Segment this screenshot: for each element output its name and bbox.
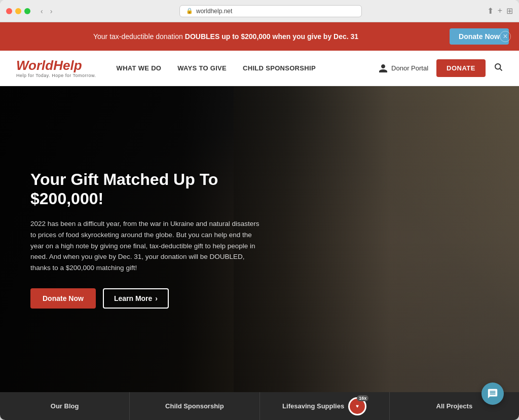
browser-window: ‹ › 🔒 worldhelp.net ⬆ + ⊞ Your tax-deduc… bbox=[0, 0, 519, 420]
logo-tagline: Help for Today. Hope for Tomorrow. bbox=[16, 73, 96, 78]
search-icon bbox=[494, 62, 503, 71]
fullscreen-traffic-light[interactable] bbox=[24, 8, 30, 14]
new-tab-icon[interactable]: + bbox=[498, 6, 502, 16]
donor-portal-link[interactable]: Donor Portal bbox=[378, 63, 428, 73]
share-icon[interactable]: ⬆ bbox=[487, 6, 494, 16]
bottom-bar-all-projects-label: All Projects bbox=[436, 402, 473, 410]
browser-titlebar: ‹ › 🔒 worldhelp.net ⬆ + ⊞ bbox=[0, 0, 519, 22]
traffic-lights bbox=[6, 8, 30, 14]
nav-child-sponsorship[interactable]: CHILD SPONSORSHIP bbox=[243, 64, 316, 72]
svg-line-1 bbox=[500, 68, 502, 70]
badge-count: 16x bbox=[357, 395, 368, 401]
site-logo[interactable]: WorldHelp Help for Today. Hope for Tomor… bbox=[16, 59, 96, 78]
logo-help: Help bbox=[53, 58, 82, 73]
address-bar[interactable]: 🔒 worldhelp.net bbox=[179, 5, 362, 17]
hero-title: Your Gift Matched Up To $200,000! bbox=[30, 170, 264, 209]
chat-icon bbox=[487, 388, 498, 399]
logo-wordmark: WorldHelp bbox=[16, 59, 96, 72]
back-button[interactable]: ‹ bbox=[39, 6, 45, 16]
nav-links: WHAT WE DO WAYS TO GIVE CHILD SPONSORSHI… bbox=[117, 64, 379, 72]
banner-close-button[interactable]: × bbox=[500, 31, 511, 42]
banner-message-bold: DOUBLES up to $200,000 when you give by … bbox=[185, 32, 358, 41]
lock-icon: 🔒 bbox=[186, 8, 193, 14]
grid-icon[interactable]: ⊞ bbox=[506, 6, 513, 16]
page-content: Your tax-deductible donation DOUBLES up … bbox=[0, 22, 519, 420]
bottom-bar-child-label: Child Sponsorship bbox=[165, 402, 224, 410]
nav-what-we-do[interactable]: WHAT WE DO bbox=[117, 64, 162, 72]
banner-message: Your tax-deductible donation DOUBLES up … bbox=[10, 32, 441, 41]
bottom-bar-lifesaving-label: Lifesaving Supplies bbox=[282, 402, 344, 410]
address-bar-container: 🔒 worldhelp.net bbox=[58, 5, 483, 17]
bottom-bar: Our Blog Child Sponsorship Lifesaving Su… bbox=[0, 392, 519, 420]
bottom-bar-lifesaving[interactable]: Lifesaving Supplies ♥ 16x bbox=[260, 392, 390, 420]
logo-world: World bbox=[16, 58, 53, 73]
url-text: worldhelp.net bbox=[196, 8, 232, 15]
learn-more-label: Learn More bbox=[114, 294, 152, 302]
hero-content: Your Gift Matched Up To $200,000! 2022 h… bbox=[0, 86, 294, 392]
account-icon bbox=[378, 63, 388, 73]
svg-point-0 bbox=[495, 64, 501, 69]
forward-button[interactable]: › bbox=[48, 6, 55, 16]
navbar-donate-button[interactable]: DONATE bbox=[436, 59, 486, 77]
nav-right: Donor Portal DONATE bbox=[378, 59, 503, 77]
bottom-bar-blog-label: Our Blog bbox=[51, 402, 79, 410]
minimize-traffic-light[interactable] bbox=[15, 8, 21, 14]
donor-portal-label: Donor Portal bbox=[391, 64, 428, 72]
hero-section: Your Gift Matched Up To $200,000! 2022 h… bbox=[0, 86, 519, 392]
bottom-bar-child-sponsorship[interactable]: Child Sponsorship bbox=[130, 392, 260, 420]
close-traffic-light[interactable] bbox=[6, 8, 12, 14]
search-button[interactable] bbox=[494, 62, 503, 74]
bottom-bar-blog[interactable]: Our Blog bbox=[0, 392, 130, 420]
nav-ways-to-give[interactable]: WAYS TO GIVE bbox=[177, 64, 227, 72]
browser-nav-controls: ‹ › bbox=[39, 6, 54, 16]
banner-message-start: Your tax-deductible donation bbox=[93, 32, 185, 41]
promo-banner: Your tax-deductible donation DOUBLES up … bbox=[0, 22, 519, 51]
learn-more-arrow: › bbox=[155, 294, 158, 302]
browser-actions: ⬆ + ⊞ bbox=[487, 6, 513, 16]
navbar: WorldHelp Help for Today. Hope for Tomor… bbox=[0, 51, 519, 86]
hero-buttons: Donate Now Learn More › bbox=[30, 288, 264, 309]
chat-button[interactable] bbox=[481, 383, 504, 405]
hero-donate-button[interactable]: Donate Now bbox=[30, 288, 96, 309]
hero-learn-more-button[interactable]: Learn More › bbox=[103, 288, 169, 309]
hero-body: 2022 has been a difficult year, from the… bbox=[30, 218, 264, 273]
lifesaving-badge: ♥ 16x bbox=[348, 397, 366, 415]
